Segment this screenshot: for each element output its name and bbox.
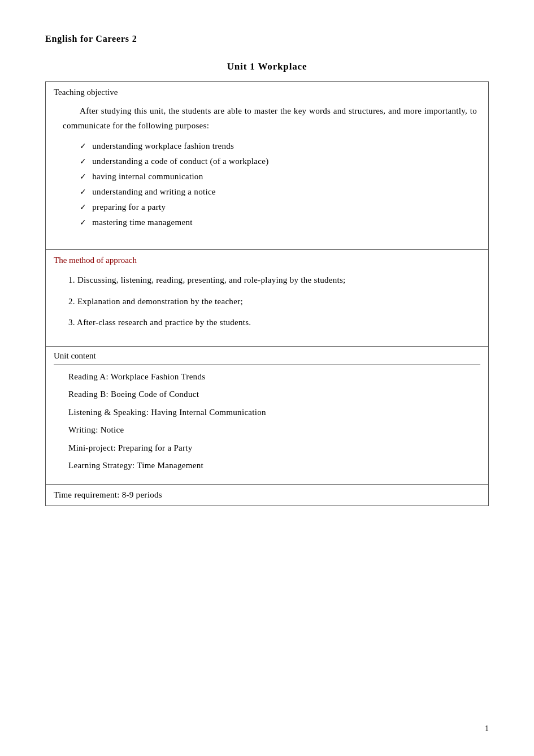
method-content: 1. Discussing, listening, reading, prese… — [46, 269, 488, 346]
unit-title: Unit 1 Workplace — [45, 61, 489, 72]
method-list: 1. Discussing, listening, reading, prese… — [63, 273, 477, 330]
time-requirement-row: Time requirement: 8-9 periods — [46, 484, 489, 506]
book-title: English for Careers 2 — [45, 34, 489, 44]
teaching-objective-header: Teaching objective — [46, 82, 488, 101]
unit-content-item-5: Mini-project: Preparing for a Party — [68, 439, 477, 457]
checklist-item-4: understanding and writing a notice — [80, 184, 477, 200]
checklist-item-6: mastering time management — [80, 215, 477, 230]
checklist-item-5: preparing for a party — [80, 200, 477, 215]
page-number: 1 — [485, 724, 489, 733]
teaching-objective-content: After studying this unit, the students a… — [46, 101, 488, 249]
unit-content-item-3: Listening & Speaking: Having Internal Co… — [68, 404, 477, 422]
unit-content-items: Reading A: Workplace Fashion Trends Read… — [46, 365, 488, 484]
unit-content-item-2: Reading B: Boeing Code of Conduct — [68, 386, 477, 404]
method-item-3: 3. After-class research and practice by … — [63, 316, 477, 330]
teaching-objective-checklist: understanding workplace fashion trends u… — [80, 139, 477, 230]
checklist-item-1: understanding workplace fashion trends — [80, 139, 477, 154]
time-requirement-cell: Time requirement: 8-9 periods — [46, 484, 489, 506]
unit-content-row: Unit content Reading A: Workplace Fashio… — [46, 346, 489, 484]
method-header: The method of approach — [46, 250, 488, 269]
checklist-item-3: having internal communication — [80, 169, 477, 184]
page: English for Careers 2 Unit 1 Workplace T… — [0, 0, 534, 756]
method-item-2: 2. Explanation and demonstration by the … — [63, 295, 477, 309]
unit-content-item-6: Learning Strategy: Time Management — [68, 457, 477, 475]
unit-content-item-4: Writing: Notice — [68, 421, 477, 439]
method-cell: The method of approach 1. Discussing, li… — [46, 250, 489, 347]
teaching-objective-intro: After studying this unit, the students a… — [63, 104, 477, 133]
method-row: The method of approach 1. Discussing, li… — [46, 250, 489, 347]
teaching-objective-row: Teaching objective After studying this u… — [46, 82, 489, 250]
unit-content-item-1: Reading A: Workplace Fashion Trends — [68, 368, 477, 386]
unit-content-header: Unit content — [46, 347, 488, 364]
main-table: Teaching objective After studying this u… — [45, 81, 489, 506]
unit-content-cell: Unit content Reading A: Workplace Fashio… — [46, 346, 489, 484]
time-requirement-text: Time requirement: 8-9 periods — [46, 485, 488, 506]
teaching-objective-cell: Teaching objective After studying this u… — [46, 82, 489, 250]
method-item-1: 1. Discussing, listening, reading, prese… — [63, 273, 477, 288]
checklist-item-2: understanding a code of conduct (of a wo… — [80, 154, 477, 169]
